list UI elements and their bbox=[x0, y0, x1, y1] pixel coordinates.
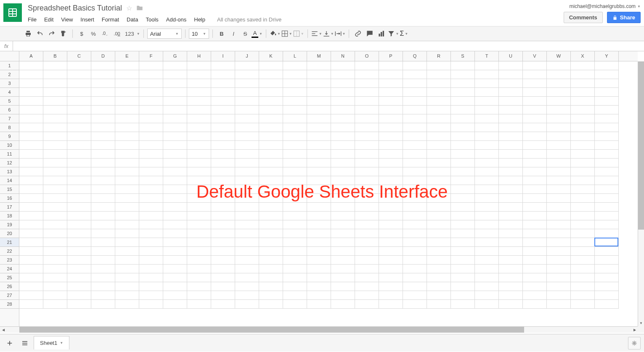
cell[interactable] bbox=[523, 159, 547, 167]
cell[interactable] bbox=[43, 61, 67, 70]
cell[interactable] bbox=[67, 70, 91, 79]
cell[interactable] bbox=[403, 106, 427, 114]
column-header[interactable]: T bbox=[475, 51, 499, 61]
cell[interactable] bbox=[67, 97, 91, 106]
cell[interactable] bbox=[19, 291, 43, 300]
cell[interactable] bbox=[19, 229, 43, 238]
cell[interactable] bbox=[187, 256, 211, 265]
cell[interactable] bbox=[307, 212, 331, 220]
cell[interactable] bbox=[427, 256, 451, 265]
cell[interactable] bbox=[355, 212, 379, 220]
cell[interactable] bbox=[547, 141, 571, 150]
cell[interactable] bbox=[211, 194, 235, 203]
cell[interactable] bbox=[211, 265, 235, 273]
cell[interactable] bbox=[91, 141, 115, 150]
cell[interactable] bbox=[259, 150, 283, 159]
cell[interactable] bbox=[115, 167, 139, 176]
cell[interactable] bbox=[43, 238, 67, 247]
row-header[interactable]: 21 bbox=[0, 238, 19, 247]
cell[interactable] bbox=[211, 176, 235, 185]
cell[interactable] bbox=[595, 70, 619, 79]
cell[interactable] bbox=[547, 185, 571, 194]
cell[interactable] bbox=[211, 79, 235, 88]
cell[interactable] bbox=[139, 114, 163, 123]
cell[interactable] bbox=[235, 106, 259, 114]
cell[interactable] bbox=[67, 220, 91, 229]
cell[interactable] bbox=[211, 238, 235, 247]
cell[interactable] bbox=[355, 150, 379, 159]
cell[interactable] bbox=[499, 176, 523, 185]
cell[interactable] bbox=[595, 282, 619, 291]
cell[interactable] bbox=[139, 247, 163, 256]
cell[interactable] bbox=[331, 70, 355, 79]
cell[interactable] bbox=[283, 167, 307, 176]
cell[interactable] bbox=[19, 238, 43, 247]
cell[interactable] bbox=[547, 247, 571, 256]
italic-button[interactable]: I bbox=[228, 28, 239, 39]
cell[interactable] bbox=[163, 132, 187, 141]
cell[interactable] bbox=[163, 220, 187, 229]
cell[interactable] bbox=[523, 70, 547, 79]
cell[interactable] bbox=[427, 203, 451, 212]
cell[interactable] bbox=[91, 185, 115, 194]
cell[interactable] bbox=[331, 88, 355, 97]
share-button[interactable]: Share bbox=[607, 12, 641, 23]
format-currency-button[interactable]: $ bbox=[76, 28, 87, 39]
column-header[interactable]: F bbox=[139, 51, 163, 61]
cell[interactable] bbox=[67, 265, 91, 273]
cell[interactable] bbox=[283, 265, 307, 273]
cell[interactable] bbox=[571, 150, 595, 159]
cell[interactable] bbox=[499, 256, 523, 265]
cell[interactable] bbox=[163, 159, 187, 167]
cell[interactable] bbox=[547, 282, 571, 291]
cell[interactable] bbox=[571, 194, 595, 203]
column-header[interactable]: U bbox=[499, 51, 523, 61]
cell[interactable] bbox=[283, 194, 307, 203]
cell[interactable] bbox=[331, 238, 355, 247]
cell[interactable] bbox=[571, 273, 595, 282]
cell[interactable] bbox=[139, 282, 163, 291]
cell[interactable] bbox=[571, 282, 595, 291]
menu-format[interactable]: Format bbox=[102, 16, 119, 23]
cell[interactable] bbox=[523, 167, 547, 176]
cell[interactable] bbox=[331, 273, 355, 282]
cell[interactable] bbox=[187, 159, 211, 167]
cell[interactable] bbox=[355, 70, 379, 79]
cell[interactable] bbox=[571, 238, 595, 247]
cell[interactable] bbox=[43, 265, 67, 273]
cell[interactable] bbox=[163, 229, 187, 238]
cell[interactable] bbox=[163, 247, 187, 256]
cell[interactable] bbox=[595, 256, 619, 265]
cell[interactable] bbox=[259, 159, 283, 167]
cell[interactable] bbox=[547, 70, 571, 79]
cell[interactable] bbox=[331, 220, 355, 229]
cell[interactable] bbox=[163, 203, 187, 212]
cell[interactable] bbox=[499, 238, 523, 247]
cell[interactable] bbox=[523, 106, 547, 114]
cell[interactable] bbox=[307, 282, 331, 291]
cell[interactable] bbox=[19, 194, 43, 203]
cell[interactable] bbox=[211, 106, 235, 114]
cell[interactable] bbox=[187, 229, 211, 238]
cell[interactable] bbox=[235, 212, 259, 220]
cell[interactable] bbox=[187, 79, 211, 88]
cell[interactable] bbox=[115, 273, 139, 282]
font-family-select[interactable]: Arial▼ bbox=[147, 29, 182, 39]
cell[interactable] bbox=[331, 282, 355, 291]
cell[interactable] bbox=[427, 238, 451, 247]
cell[interactable] bbox=[571, 61, 595, 70]
cell[interactable] bbox=[355, 141, 379, 150]
cell[interactable] bbox=[235, 176, 259, 185]
cell[interactable] bbox=[547, 300, 571, 309]
cell[interactable] bbox=[115, 79, 139, 88]
row-header[interactable]: 4 bbox=[0, 88, 19, 97]
cell[interactable] bbox=[571, 300, 595, 309]
cell[interactable] bbox=[499, 106, 523, 114]
cell[interactable] bbox=[523, 291, 547, 300]
cell[interactable] bbox=[427, 79, 451, 88]
cell[interactable] bbox=[115, 185, 139, 194]
cell[interactable] bbox=[427, 123, 451, 132]
column-header[interactable]: G bbox=[163, 51, 187, 61]
cell[interactable] bbox=[595, 300, 619, 309]
redo-icon[interactable] bbox=[46, 28, 57, 39]
